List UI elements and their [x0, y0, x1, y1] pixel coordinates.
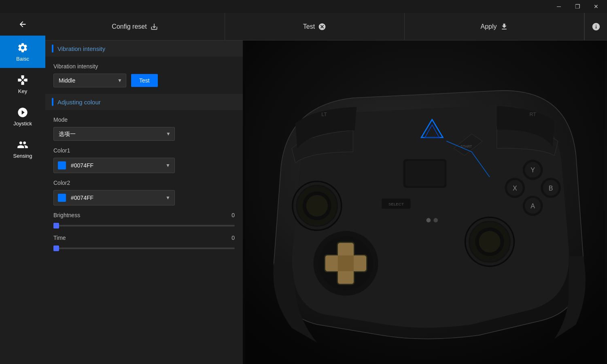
sidebar-key-label: Key — [18, 88, 27, 94]
gear-icon — [17, 42, 28, 53]
color1-swatch — [58, 161, 66, 169]
info-icon — [592, 22, 601, 31]
color2-arrow: ▼ — [166, 195, 170, 201]
mode-select-wrapper[interactable]: 选项一 选项二 选项三 ▼ — [53, 127, 175, 141]
settings-panel: Vibration intensity Vibration intensity … — [45, 40, 243, 364]
test-label: Test — [303, 23, 315, 30]
color2-swatch — [58, 194, 66, 202]
gamepad-icon — [17, 74, 28, 86]
apply-label: Apply — [480, 23, 497, 30]
mode-label: Mode — [53, 116, 235, 123]
info-button[interactable] — [584, 13, 607, 40]
sidebar-item-sensing[interactable]: Sensing — [0, 133, 45, 165]
time-value: 0 — [231, 235, 235, 241]
svg-point-19 — [479, 231, 500, 252]
sidebar-sensing-label: Sensing — [13, 153, 32, 159]
color1-value: #0074FF — [71, 162, 166, 169]
brightness-label: Brightness — [53, 212, 80, 218]
close-button[interactable]: ✕ — [587, 0, 605, 13]
time-row: Time 0 — [53, 235, 235, 241]
color1-group: Color1 #0074FF ▼ — [45, 147, 243, 180]
brightness-slider-container — [53, 221, 235, 228]
sidebar-basic-label: Baisc — [16, 56, 29, 62]
colour-header-bar — [52, 98, 53, 106]
apply-button[interactable]: Apply — [405, 13, 584, 40]
svg-text:LT: LT — [321, 112, 327, 117]
download-icon — [500, 23, 508, 31]
controller-image-area: Y B A X — [243, 40, 607, 364]
vibration-select[interactable]: Low Middle High — [53, 74, 126, 87]
controller-background: Y B A X — [243, 40, 607, 364]
time-slider-container — [53, 243, 235, 251]
mode-select[interactable]: 选项一 选项二 选项三 — [53, 127, 175, 141]
main-layout: Baisc Key Joystick Sensing — [0, 13, 607, 364]
restore-button[interactable]: ❐ — [568, 0, 587, 13]
svg-text:B: B — [549, 185, 553, 192]
brightness-group: Brightness 0 — [45, 212, 243, 235]
svg-text:RT: RT — [529, 112, 536, 117]
color2-value: #0074FF — [71, 195, 166, 201]
export-icon — [150, 23, 158, 31]
time-group: Time 0 — [45, 235, 243, 257]
topbar: Config reset Test Apply — [45, 13, 607, 40]
colour-section-header: Adjusting colour — [45, 94, 243, 110]
titlebar: ─ ❐ ✕ — [0, 0, 607, 13]
color2-select[interactable]: #0074FF ▼ — [53, 190, 175, 205]
svg-text:SELECT: SELECT — [388, 202, 404, 206]
back-button[interactable] — [0, 16, 45, 32]
config-reset-button[interactable]: Config reset — [45, 13, 225, 40]
vibration-select-wrapper[interactable]: Low Middle High ▼ — [53, 74, 126, 87]
colour-section-title: Adjusting colour — [57, 99, 101, 106]
svg-rect-7 — [338, 256, 354, 271]
vibration-group: Vibration intensity Low Middle High ▼ Te… — [45, 63, 243, 94]
svg-point-40 — [433, 218, 438, 222]
vibration-row: Low Middle High ▼ Test — [53, 74, 235, 87]
svg-text:A: A — [531, 203, 535, 210]
sensing-icon — [17, 139, 28, 150]
sidebar-item-key[interactable]: Key — [0, 68, 45, 100]
time-slider[interactable] — [53, 248, 235, 249]
color1-label: Color1 — [53, 147, 235, 154]
test-button[interactable]: Test — [225, 13, 405, 40]
back-icon — [18, 20, 27, 29]
minimize-button[interactable]: ─ — [550, 0, 568, 13]
sidebar-item-joystick[interactable]: Joystick — [0, 100, 45, 133]
color2-group: Color2 #0074FF ▼ — [45, 180, 243, 212]
sidebar-item-basic[interactable]: Baisc — [0, 36, 45, 68]
color1-arrow: ▼ — [166, 163, 170, 168]
svg-text:X: X — [513, 185, 517, 192]
color2-label: Color2 — [53, 180, 235, 186]
joystick-icon — [17, 107, 28, 118]
brightness-slider[interactable] — [53, 225, 235, 226]
cancel-circle-icon — [318, 23, 326, 31]
svg-point-39 — [427, 218, 431, 222]
time-label: Time — [53, 235, 66, 241]
vibration-header-bar — [52, 44, 53, 53]
sidebar-joystick-label: Joystick — [13, 121, 32, 127]
content-area: Config reset Test Apply Vibr — [45, 13, 607, 364]
vibration-section-title: Vibration intensity — [57, 45, 105, 52]
vibration-test-button[interactable]: Test — [131, 74, 158, 87]
vibration-label: Vibration intensity — [53, 63, 235, 70]
sidebar: Baisc Key Joystick Sensing — [0, 13, 45, 364]
brightness-row: Brightness 0 — [53, 212, 235, 218]
svg-rect-33 — [405, 161, 445, 186]
gamepad-svg: Y B A X — [243, 40, 607, 364]
body-split: Vibration intensity Vibration intensity … — [45, 40, 607, 364]
svg-text:Y: Y — [531, 167, 535, 174]
brightness-value: 0 — [231, 212, 235, 218]
vibration-section-header: Vibration intensity — [45, 40, 243, 57]
mode-group: Mode 选项一 选项二 选项三 ▼ — [45, 116, 243, 147]
svg-point-13 — [306, 195, 328, 216]
color1-select[interactable]: #0074FF ▼ — [53, 158, 175, 173]
config-reset-label: Config reset — [112, 23, 146, 30]
